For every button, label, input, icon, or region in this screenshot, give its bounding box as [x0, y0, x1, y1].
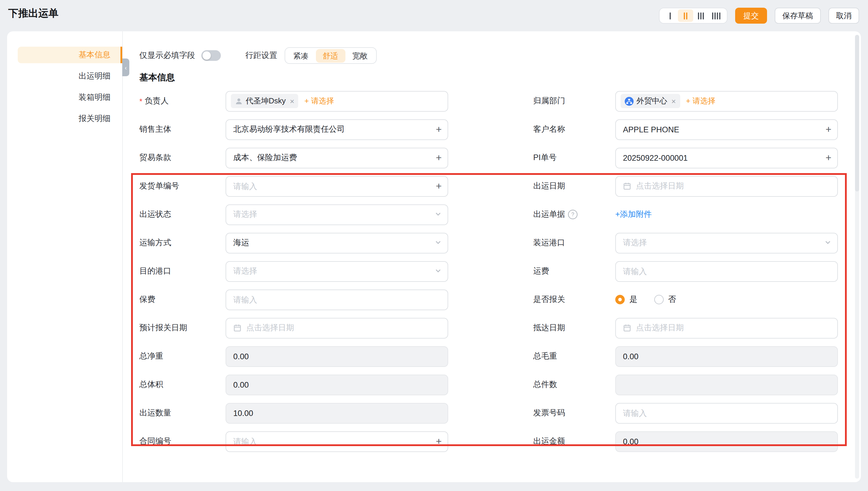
- layout-density-switcher[interactable]: [659, 8, 727, 24]
- delivery-note-no-field[interactable]: +: [225, 176, 448, 197]
- delivery-note-no-label: 发货单编号: [140, 181, 225, 192]
- plus-icon[interactable]: +: [436, 153, 442, 163]
- pi-number-input[interactable]: [615, 147, 838, 168]
- remove-tag-icon[interactable]: ×: [290, 96, 294, 106]
- pi-number-field[interactable]: +: [615, 147, 838, 168]
- plus-icon[interactable]: +: [826, 124, 831, 135]
- chevron-down-icon: [435, 209, 442, 220]
- freight-field[interactable]: [615, 261, 838, 282]
- total-volume-label: 总体积: [140, 379, 225, 390]
- department-label: 归属部门: [533, 96, 615, 106]
- shipment-docs-label: 出运单据?: [533, 209, 615, 220]
- trade-terms-field[interactable]: +: [225, 147, 448, 168]
- shipment-qty-input: [225, 403, 448, 423]
- owner-field[interactable]: 代圣坤Dsky × + 请选择: [225, 91, 448, 111]
- density-option-2-column[interactable]: [678, 9, 693, 22]
- sidebar-item-packing-detail[interactable]: 装箱明细: [7, 89, 122, 106]
- trade-terms-label: 贸易条款: [140, 152, 225, 163]
- submit-button[interactable]: 提交: [735, 8, 767, 24]
- required-only-toggle[interactable]: [201, 50, 221, 61]
- premium-field[interactable]: [225, 289, 448, 310]
- shipment-date-field[interactable]: 点击选择日期: [615, 176, 838, 197]
- required-only-label: 仅显示必填字段: [140, 50, 195, 61]
- loading-port-select[interactable]: 请选择: [615, 232, 838, 253]
- sales-entity-field[interactable]: +: [225, 119, 448, 140]
- customs-declare-radio-group: 是 否: [615, 289, 838, 310]
- shipment-docs-field: +添加附件: [615, 204, 838, 225]
- shipment-status-select[interactable]: 请选择: [225, 204, 448, 225]
- density-option-3-column[interactable]: [693, 9, 709, 22]
- chevron-down-icon: [824, 237, 831, 248]
- add-attachment-link[interactable]: +添加附件: [615, 209, 652, 220]
- spacing-option-compact[interactable]: 紧凑: [286, 49, 316, 62]
- department-add-select[interactable]: + 请选择: [686, 96, 715, 106]
- customer-name-input[interactable]: [615, 119, 838, 140]
- shipment-amount-field: [615, 431, 838, 452]
- shipment-status-label: 出运状态: [140, 209, 225, 220]
- invoice-no-input[interactable]: [615, 403, 838, 423]
- premium-input[interactable]: [225, 289, 448, 310]
- shipment-date-label: 出运日期: [533, 181, 615, 192]
- density-option-4-column[interactable]: [709, 9, 724, 22]
- plus-icon[interactable]: +: [436, 181, 442, 191]
- premium-label: 保费: [140, 294, 225, 305]
- sidebar-item-basic-info[interactable]: 基本信息: [18, 47, 122, 63]
- radio-no[interactable]: [654, 295, 663, 304]
- destination-port-select[interactable]: 请选择: [225, 261, 448, 282]
- arrival-date-field[interactable]: 点击选择日期: [615, 318, 838, 338]
- remove-tag-icon[interactable]: ×: [671, 96, 676, 106]
- freight-label: 运费: [533, 266, 615, 277]
- header-actions: 提交 保存草稿 取消: [659, 8, 859, 24]
- total-net-weight-input: [225, 346, 448, 367]
- delivery-note-no-input[interactable]: [225, 176, 448, 197]
- form-toolbar: 仅显示必填字段 行距设置 紧凑 舒适 宽敞: [140, 47, 376, 64]
- customer-name-field[interactable]: +: [615, 119, 838, 140]
- trade-terms-input[interactable]: [225, 147, 448, 168]
- sales-entity-input[interactable]: [225, 119, 448, 140]
- plus-icon[interactable]: +: [826, 153, 831, 163]
- contract-no-label: 合同编号: [140, 436, 225, 447]
- shipment-qty-label: 出运数量: [140, 408, 225, 418]
- pi-number-label: PI单号: [533, 152, 615, 163]
- customer-name-label: 客户名称: [533, 124, 615, 135]
- scrollbar-thumb[interactable]: [855, 35, 859, 192]
- scrollbar[interactable]: [855, 35, 859, 479]
- chevron-down-icon: [435, 266, 442, 277]
- sidebar-item-customs-detail[interactable]: 报关明细: [7, 111, 122, 127]
- owner-label: *负责人: [140, 96, 225, 106]
- arrival-date-label: 抵达日期: [533, 323, 615, 333]
- contract-no-field[interactable]: +: [225, 431, 448, 452]
- owner-tag: 代圣坤Dsky ×: [231, 94, 299, 108]
- save-draft-button[interactable]: 保存草稿: [775, 8, 821, 24]
- invoice-no-field[interactable]: [615, 403, 838, 423]
- freight-input[interactable]: [615, 261, 838, 282]
- plus-icon[interactable]: +: [436, 436, 442, 446]
- owner-add-select[interactable]: + 请选择: [304, 96, 334, 106]
- section-title: 基本信息: [140, 72, 175, 83]
- department-icon: [625, 96, 633, 106]
- cancel-button[interactable]: 取消: [829, 8, 859, 24]
- row-spacing-label: 行距设置: [245, 50, 277, 61]
- row-spacing-segment: 紧凑 舒适 宽敞: [284, 47, 376, 64]
- person-icon: [235, 97, 243, 105]
- density-option-1-column[interactable]: [662, 9, 678, 22]
- est-customs-date-field[interactable]: 点击选择日期: [225, 318, 448, 338]
- department-field[interactable]: 外贸中心 × + 请选择: [615, 91, 838, 111]
- customs-declare-label: 是否报关: [533, 294, 615, 305]
- total-packages-input: [615, 374, 838, 395]
- total-net-weight-field: [225, 346, 448, 367]
- app-window: 下推出运单 提交 保存草稿 取消 基本信息 出运明细 装箱明细 报关明细 ‹ 仅…: [0, 0, 868, 491]
- page-title: 下推出运单: [8, 6, 58, 20]
- spacing-option-wide[interactable]: 宽敞: [345, 49, 375, 62]
- help-icon[interactable]: ?: [568, 210, 578, 219]
- plus-icon[interactable]: +: [436, 124, 442, 135]
- transport-mode-select[interactable]: 海运: [225, 232, 448, 253]
- total-packages-label: 总件数: [533, 379, 615, 390]
- radio-yes[interactable]: [615, 295, 625, 304]
- sidebar-collapse-handle[interactable]: ‹: [122, 58, 129, 76]
- anchor-sidebar: 基本信息 出运明细 装箱明细 报关明细: [7, 31, 123, 482]
- spacing-option-comfortable[interactable]: 舒适: [316, 49, 345, 62]
- calendar-icon: [623, 182, 631, 190]
- sidebar-item-shipment-detail[interactable]: 出运明细: [7, 68, 122, 85]
- contract-no-input[interactable]: [225, 431, 448, 452]
